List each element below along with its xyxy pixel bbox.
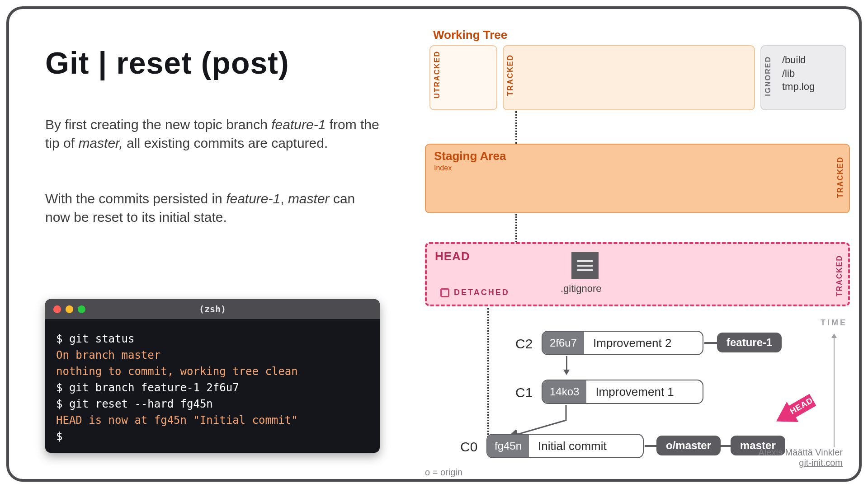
commit-c2: 2f6u7 Improvement 2 [542, 331, 703, 355]
dotted-line-1 [515, 111, 517, 144]
commit-c1-label: C1 [515, 385, 533, 400]
window-minimize-icon [66, 305, 73, 313]
p1c: all existing commits are captured. [123, 136, 328, 150]
branchline-c0a [645, 445, 656, 447]
page-title: Git | reset (post) [45, 45, 289, 80]
p2a: With the commits persisted in [45, 191, 226, 206]
commit-c2-hash: 2f6u7 [542, 332, 584, 354]
branchline-c2 [704, 342, 717, 344]
commit-c2-label: C2 [515, 336, 533, 352]
file-label: .gitignore [561, 283, 602, 295]
p2e1: feature-1 [226, 191, 280, 206]
detached-indicator: DETACHED [440, 288, 509, 297]
p2e2: master [288, 191, 330, 206]
dotted-line-3 [487, 308, 489, 448]
branchline-c0b [721, 445, 731, 447]
window-close-icon [53, 305, 61, 313]
commit-c0-hash: fg45n [487, 435, 529, 457]
branch-omaster: o/master [656, 436, 721, 455]
paragraph-1: By first creating the new topic branch f… [45, 116, 380, 152]
commit-c0-msg: Initial commit [529, 439, 616, 453]
paragraph-2: With the commits persisted in feature-1,… [45, 190, 380, 226]
slide-frame: Git | reset (post) By first creating the… [6, 6, 862, 482]
head-tracked: TRACKED [835, 255, 844, 296]
head-panel: HEAD DETACHED .gitignore TRACKED [425, 242, 850, 306]
head-title: HEAD [427, 244, 848, 263]
p2b: , [280, 191, 288, 206]
flow-c2-c1 [566, 356, 567, 374]
working-tree-title: Working Tree [425, 23, 850, 43]
p1a: By first creating the new topic branch [45, 117, 271, 132]
p1e2: master, [78, 136, 123, 150]
commit-c1: 14ko3 Improvement 1 [542, 380, 703, 404]
terminal-body: $ git statusOn branch masternothing to c… [45, 319, 380, 453]
credit: Alexis Määttä Vinkler git-init.com [759, 447, 843, 468]
terminal-title: (zsh) [199, 304, 226, 314]
legend-origin: o = origin [425, 467, 462, 478]
detached-label: DETACHED [454, 288, 509, 297]
commit-c0-label: C0 [460, 439, 477, 455]
commit-c2-msg: Improvement 2 [584, 336, 680, 350]
checkbox-icon [440, 288, 449, 297]
commit-c1-hash: 14ko3 [542, 380, 586, 403]
diagram-area: Working Tree UTRACKED TRACKED IGNORED /b… [425, 23, 850, 475]
commit-c1-msg: Improvement 1 [586, 385, 683, 399]
credit-link[interactable]: git-init.com [799, 458, 843, 468]
credit-name: Alexis Määttä Vinkler [759, 447, 843, 458]
p1e1: feature-1 [271, 117, 326, 132]
ignored-files: /build/libtmp.log [782, 53, 815, 94]
branch-feature1: feature-1 [717, 333, 782, 352]
tracked-label: TRACKED [506, 54, 514, 96]
staging-sub: Index [426, 164, 849, 175]
terminal-window: (zsh) $ git statusOn branch masternothin… [45, 299, 380, 453]
utracked-label: UTRACKED [433, 51, 441, 99]
terminal-titlebar: (zsh) [45, 299, 380, 319]
file-icon [571, 252, 599, 279]
time-arrow-icon [834, 334, 835, 447]
time-label: TIME [821, 318, 847, 328]
staging-tracked: TRACKED [836, 156, 844, 198]
window-zoom-icon [78, 305, 85, 313]
tracked-box [503, 45, 755, 110]
ignored-label: IGNORED [764, 56, 772, 96]
commit-c0: fg45n Initial commit [486, 434, 644, 458]
staging-title: Staging Area [426, 145, 849, 164]
dotted-line-2 [515, 214, 517, 242]
staging-panel: Staging Area Index TRACKED [425, 144, 850, 213]
working-tree-panel: Working Tree UTRACKED TRACKED IGNORED /b… [425, 23, 850, 114]
